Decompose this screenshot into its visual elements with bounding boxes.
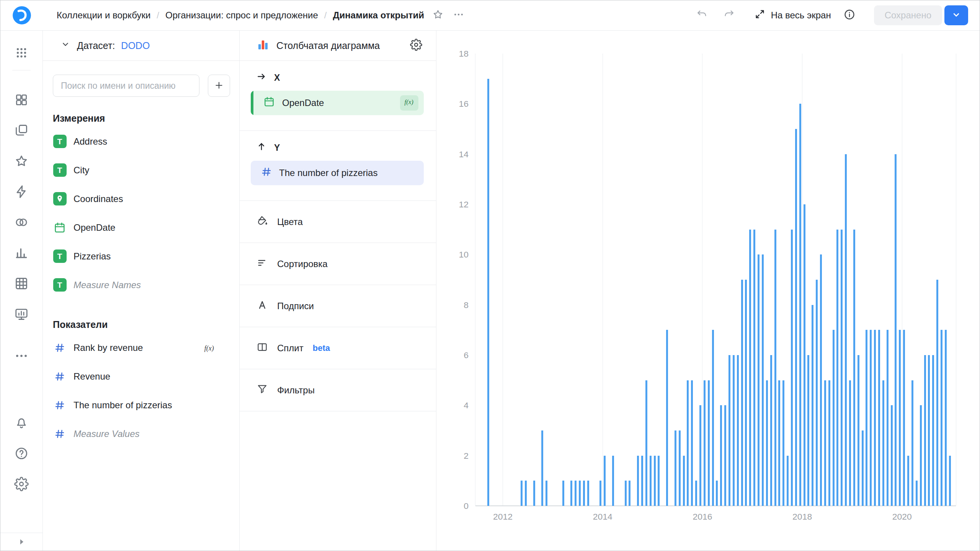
svg-text:2: 2 [464,451,469,461]
layers-icon[interactable] [14,123,29,138]
chart-settings-gear-icon[interactable] [410,39,422,52]
formula-fx-icon[interactable]: f(x) [400,95,418,111]
grid-dots-icon[interactable] [14,46,29,60]
labels-icon [256,299,268,313]
saved-button[interactable]: Сохранено [874,5,942,25]
svg-text:0: 0 [464,501,469,511]
config-section-label: Сортировка [277,259,328,269]
dimensions-title: Измерения [53,113,239,124]
sort-icon [256,257,268,271]
x-field-pill[interactable]: OpenDate f(x) [251,91,424,115]
svg-text:8: 8 [464,300,469,310]
chart-type-label[interactable]: Столбчатая диаграмма [276,40,380,51]
beta-badge: beta [313,343,330,353]
config-section-labels[interactable]: Подписи [240,285,436,327]
bar-chart-svg: 02468101214161820122014201620182020 [437,31,980,551]
config-section-split[interactable]: Сплитbeta [240,327,436,369]
y-axis-label: Y [274,143,280,153]
split-icon [256,341,268,355]
lightning-icon[interactable] [14,184,29,199]
undo-icon[interactable] [694,7,710,24]
svg-text:18: 18 [459,49,469,59]
field-search-input[interactable] [53,75,199,97]
favorite-star-icon[interactable] [430,7,446,24]
field-item[interactable]: The number of pizzerias [43,391,239,419]
four-squares-icon[interactable] [14,93,29,107]
field-item[interactable]: TCity [43,156,239,184]
chart-bars-icon[interactable] [14,246,29,260]
dataset-header[interactable]: Датасет: DODO [43,31,239,61]
column-chart-icon[interactable] [256,38,270,53]
breadcrumb-item[interactable]: Организации: спрос и предложение [165,10,318,21]
hash-icon [261,166,272,180]
y-field-pill[interactable]: The number of pizzerias [251,161,424,185]
svg-text:f(x): f(x) [405,98,414,106]
arrow-right-icon [256,72,266,84]
question-icon[interactable] [14,446,29,461]
ellipsis-icon[interactable] [14,349,29,363]
dataset-panel: Датасет: DODO Измерения TAddressTCityCoo… [43,31,240,551]
measures-list: Rank by revenuef(x)RevenueThe number of … [43,333,239,448]
field-item[interactable]: TMeasure Names [43,271,239,299]
field-item[interactable]: OpenDate [43,213,239,242]
field-item[interactable]: Measure Values [43,419,239,448]
config-section-label: Сплит [277,343,304,354]
gear-icon[interactable] [14,477,29,491]
config-section-label: Фильтры [277,385,315,396]
svg-text:4: 4 [464,400,469,410]
string-field-icon: T [53,249,67,263]
star-icon[interactable] [14,154,29,168]
config-section-label: Подписи [277,301,314,311]
breadcrumb-separator: / [324,10,327,21]
y-axis-section: Y The number of pizzerias [240,131,436,201]
bell-icon[interactable] [14,416,29,430]
venn-icon[interactable] [14,215,29,230]
left-rail [0,31,43,551]
datalens-logo[interactable] [0,5,43,25]
config-sections: ЦветаСортировкаПодписиСплитbetaФильтры [240,201,436,411]
calendar-icon [53,221,67,234]
config-section-sort[interactable]: Сортировка [240,243,436,285]
info-icon[interactable] [841,7,858,24]
field-item[interactable]: Revenue [43,362,239,391]
arrow-up-icon [256,142,266,154]
svg-text:2016: 2016 [693,512,712,522]
string-field-icon: T [53,163,67,177]
chart-canvas[interactable]: 02468101214161820122014201620182020 [437,31,980,551]
expand-icon [754,8,766,22]
field-item[interactable]: TPizzerias [43,242,239,271]
header: Коллекции и воркбуки/Организации: спрос … [0,0,980,31]
breadcrumb-item[interactable]: Коллекции и воркбуки [57,10,150,21]
hash-icon [53,399,67,411]
redo-icon[interactable] [720,7,737,24]
measures-title: Показатели [53,319,239,330]
save-split-button: Сохранено [874,5,968,25]
dataset-name-link[interactable]: DODO [121,40,150,51]
plus-icon [214,80,224,92]
calendar-icon [263,96,275,110]
svg-text:6: 6 [464,350,469,360]
field-search-row [43,61,239,97]
save-dropdown-button[interactable] [944,5,968,25]
svg-text:2018: 2018 [792,512,812,522]
chevron-down-icon[interactable] [60,39,71,52]
x-axis-label: X [274,73,280,83]
config-section-colors[interactable]: Цвета [240,201,436,243]
colors-icon [256,215,268,229]
config-section-filters[interactable]: Фильтры [240,369,436,411]
field-item[interactable]: Rank by revenuef(x) [43,333,239,362]
y-field-label: The number of pizzerias [279,168,377,178]
field-item[interactable]: Coordinates [43,184,239,213]
breadcrumb-item[interactable]: Динамика открытий [333,10,424,21]
geopoint-field-icon [53,192,67,205]
field-item[interactable]: TAddress [43,127,239,156]
chart-config-panel: Столбчатая диаграмма X OpenDate f(x) Y T… [240,31,436,551]
grid-table-icon[interactable] [14,276,29,291]
monitor-icon[interactable] [14,307,29,321]
fullscreen-button[interactable]: На весь экран [754,8,831,22]
collapse-arrow-icon[interactable] [0,533,42,551]
svg-text:10: 10 [459,249,469,259]
rail-divider [12,70,31,70]
add-field-button[interactable] [208,75,230,97]
more-actions-icon[interactable] [450,7,467,24]
